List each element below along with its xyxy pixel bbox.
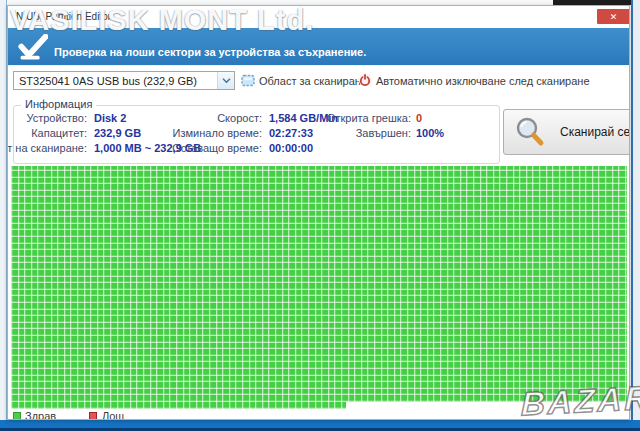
screen: NIUBI Partition Editor ✕ Проверка на лош…	[0, 0, 640, 431]
elapsed-time-value: 02:27:33	[269, 127, 313, 139]
elapsed-time-label: Изминало време:	[173, 127, 262, 139]
speed-label: Скорост:	[217, 112, 262, 124]
device-select-value: ST325041 0AS USB bus (232,9 GB)	[14, 75, 217, 87]
scan-range-label: Област на сканиране:	[7, 142, 87, 154]
scan-area-icon[interactable]	[241, 73, 255, 87]
header-title: Проверка на лоши сектори за устройства з…	[54, 46, 366, 58]
device-label: Устройство:	[26, 112, 87, 124]
scan-area-label[interactable]: Област за сканиране	[259, 75, 367, 87]
titlebar[interactable]: NIUBI Partition Editor ✕	[8, 6, 629, 28]
background-window-right-edge	[631, 0, 640, 431]
scan-now-label: Сканирай сега	[560, 125, 630, 139]
errors-found-label: Открита грешка:	[327, 112, 411, 124]
close-icon[interactable]: ✕	[597, 9, 630, 24]
capacity-label: Капацитет:	[31, 127, 87, 139]
niubi-partition-editor-window: NIUBI Partition Editor ✕ Проверка на лош…	[7, 5, 630, 420]
healthy-swatch-icon	[13, 412, 21, 420]
healthy-legend-label: Здрав	[25, 410, 56, 420]
power-icon[interactable]	[358, 73, 372, 87]
chevron-down-icon[interactable]	[217, 72, 234, 89]
information-group-title: Информация	[21, 98, 96, 110]
remaining-time-label: Оставащо време:	[172, 142, 262, 154]
capacity-value: 232,9 GB	[94, 127, 141, 139]
errors-found-value: 0	[416, 112, 422, 124]
scan-now-button[interactable]: Сканирай сега	[503, 109, 630, 155]
auto-shutdown-label[interactable]: Автоматично изключване след сканиране	[376, 75, 590, 87]
device-value: Disk 2	[94, 112, 126, 124]
header-band: Проверка на лоши сектори за устройства з…	[8, 28, 630, 66]
background-window-left-edge	[0, 0, 7, 420]
window-title: NIUBI Partition Editor	[16, 11, 111, 22]
checkmark-icon	[18, 34, 48, 65]
completed-value: 100%	[416, 127, 444, 139]
remaining-time-value: 00:00:00	[269, 142, 313, 154]
bad-legend-label: Лош	[102, 410, 124, 420]
completed-label: Завършен:	[356, 127, 411, 139]
background-window-bottom-bar	[0, 420, 640, 431]
bad-swatch-icon	[89, 412, 97, 420]
scan-sector-grid	[11, 166, 627, 402]
magnifier-icon	[514, 116, 546, 148]
device-select[interactable]: ST325041 0AS USB bus (232,9 GB)	[13, 71, 235, 90]
scan-sector-grid-last-row	[11, 402, 346, 409]
